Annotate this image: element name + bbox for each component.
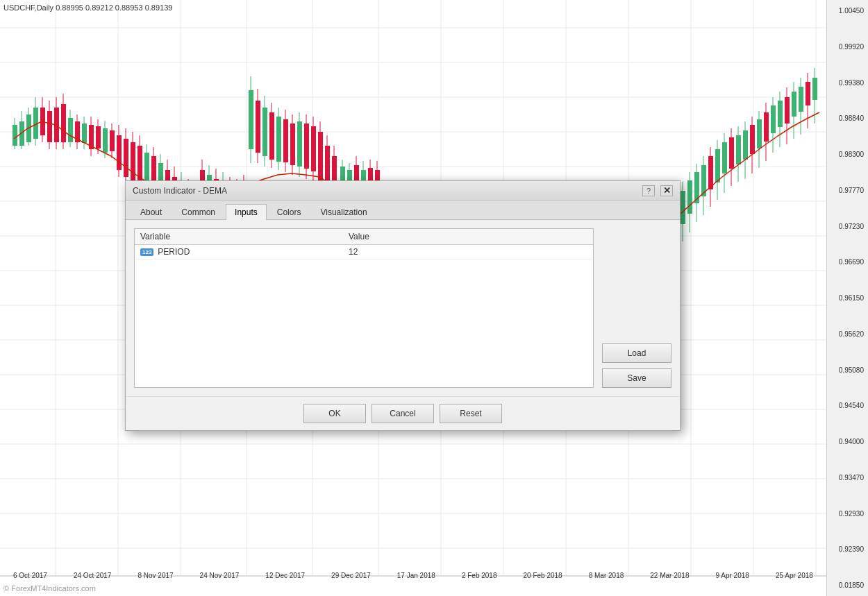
dialog-title: Custom Indicator - DEMA <box>133 186 227 196</box>
reset-button[interactable]: Reset <box>440 404 502 423</box>
time-label-12: 9 Apr 2018 <box>715 572 749 579</box>
save-button[interactable]: Save <box>602 368 671 388</box>
dialog-titlebar: Custom Indicator - DEMA ? ✕ <box>126 181 680 201</box>
time-label-8: 2 Feb 2018 <box>462 572 497 579</box>
dialog-content-section: Variable Value 123 PERIOD 12 Load Save <box>134 228 671 388</box>
tab-colors[interactable]: Colors <box>268 204 310 220</box>
price-7: 0.97230 <box>828 223 867 230</box>
price-13: 0.94000 <box>828 438 867 445</box>
price-16: 0.92390 <box>828 545 867 553</box>
table-row[interactable]: 123 PERIOD 12 <box>135 245 593 259</box>
variable-name: PERIOD <box>158 247 190 257</box>
variable-type-icon: 123 <box>140 248 153 256</box>
side-buttons: Load Save <box>602 228 671 388</box>
dialog-footer: OK Cancel Reset <box>126 396 680 430</box>
variable-cell: 123 PERIOD <box>140 247 349 257</box>
price-17: 0.01850 <box>828 581 867 589</box>
cancel-button[interactable]: Cancel <box>372 404 434 423</box>
price-6: 0.97770 <box>828 187 867 194</box>
tab-inputs[interactable]: Inputs <box>226 204 267 220</box>
load-button[interactable]: Load <box>602 343 671 363</box>
dialog-help-button[interactable]: ? <box>642 185 655 196</box>
dialog-close-button[interactable]: ✕ <box>660 185 673 196</box>
price-5: 0.98300 <box>828 151 867 158</box>
time-axis: 6 Oct 2017 24 Oct 2017 8 Nov 2017 24 Nov… <box>0 568 826 582</box>
price-1: 1.00450 <box>828 7 867 15</box>
time-label-13: 25 Apr 2018 <box>776 572 813 579</box>
price-8: 0.96690 <box>828 258 867 266</box>
time-label-11: 22 Mar 2018 <box>650 572 689 579</box>
value-header: Value <box>349 232 369 241</box>
time-label-9: 20 Feb 2018 <box>524 572 562 579</box>
price-12: 0.94540 <box>828 402 867 409</box>
inputs-table: Variable Value 123 PERIOD 12 <box>134 228 594 388</box>
price-4: 0.98840 <box>828 114 867 122</box>
tab-about[interactable]: About <box>131 204 171 220</box>
price-11: 0.95080 <box>828 366 867 374</box>
chart-title: USDCHF,Daily 0.88995 0.89212 0.88953 0.8… <box>3 3 172 12</box>
time-label-6: 29 Dec 2017 <box>331 572 371 579</box>
price-14: 0.93470 <box>828 474 867 482</box>
price-axis: 1.00450 0.99920 0.99380 0.98840 0.98300 … <box>826 0 868 596</box>
table-header: Variable Value <box>135 229 593 245</box>
time-label-1: 6 Oct 2017 <box>13 572 47 579</box>
dialog: Custom Indicator - DEMA ? ✕ About Common… <box>125 180 681 431</box>
time-label-10: 8 Mar 2018 <box>589 572 624 579</box>
time-label-5: 12 Dec 2017 <box>265 572 305 579</box>
ok-button[interactable]: OK <box>303 404 366 423</box>
time-label-7: 17 Jan 2018 <box>397 572 435 579</box>
time-label-4: 24 Nov 2017 <box>200 572 240 579</box>
price-15: 0.92930 <box>828 510 867 518</box>
tab-visualization[interactable]: Visualization <box>311 204 376 220</box>
price-10: 0.95620 <box>828 330 867 338</box>
watermark: © ForexMT4Indicators.com <box>3 584 96 593</box>
price-9: 0.96150 <box>828 294 867 302</box>
dialog-controls: ? ✕ <box>642 185 673 196</box>
value-cell[interactable]: 12 <box>349 247 358 257</box>
dialog-tabs: About Common Inputs Colors Visualization <box>126 201 680 220</box>
inputs-table-section: Variable Value 123 PERIOD 12 <box>134 228 594 388</box>
dialog-body: Variable Value 123 PERIOD 12 Load Save <box>126 220 680 396</box>
time-label-3: 8 Nov 2017 <box>137 572 173 579</box>
tab-common[interactable]: Common <box>172 204 224 220</box>
time-label-2: 24 Oct 2017 <box>74 572 111 579</box>
price-2: 0.99920 <box>828 43 867 51</box>
variable-header: Variable <box>140 232 349 241</box>
price-3: 0.99380 <box>828 79 867 87</box>
